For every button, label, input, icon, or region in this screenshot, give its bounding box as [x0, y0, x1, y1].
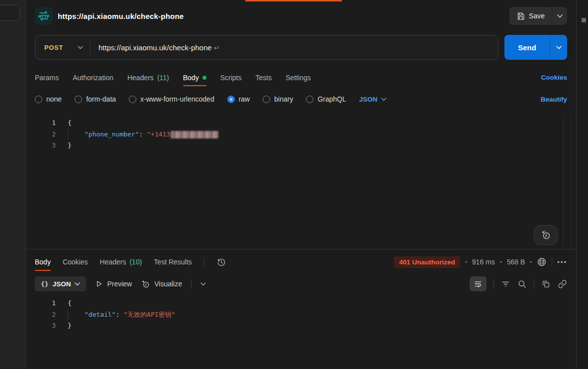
cookies-link[interactable]: Cookies	[541, 74, 567, 81]
code-line: 2 "phone_number": "+1413	[26, 129, 576, 140]
radio-selected-icon	[227, 96, 235, 103]
response-tab-headers[interactable]: Headers (10)	[100, 253, 142, 271]
right-panel-divider	[576, 0, 577, 369]
response-toolbar: {} JSON Preview Visualize	[26, 275, 576, 293]
tab-settings[interactable]: Settings	[286, 69, 311, 86]
bodytype-urlencoded[interactable]: x-www-form-urlencoded	[129, 95, 214, 103]
filter-button[interactable]	[501, 279, 510, 289]
bodytype-form-data[interactable]: form-data	[75, 95, 116, 103]
globe-icon	[537, 257, 547, 267]
visualize-button[interactable]: Visualize	[141, 279, 182, 289]
play-outline-icon	[95, 280, 103, 288]
code-text: "phone_number": "+1413	[68, 129, 218, 140]
chevron-down-icon	[75, 282, 80, 286]
line-number: 1	[26, 118, 56, 129]
search-button[interactable]	[517, 279, 527, 289]
tab-body[interactable]: Body	[183, 69, 206, 86]
response-tab-cookies[interactable]: Cookies	[63, 253, 88, 271]
svg-text:HTTP: HTTP	[38, 14, 50, 19]
divider	[191, 279, 192, 288]
tab-scripts[interactable]: Scripts	[220, 69, 242, 86]
copy-button[interactable]	[541, 279, 551, 289]
save-icon	[516, 12, 525, 20]
request-body-editor[interactable]: 1 { 2 "phone_number": "+1413 3 }	[26, 118, 576, 249]
bodytype-none[interactable]: none	[35, 95, 62, 103]
send-button[interactable]: Send	[504, 35, 550, 60]
divider	[534, 279, 534, 288]
link-button[interactable]	[558, 279, 567, 289]
indent-guide	[68, 129, 85, 140]
postbot-button[interactable]	[534, 225, 558, 245]
bodytype-graphql-label: GraphQL	[317, 95, 346, 103]
preview-button[interactable]: Preview	[95, 280, 132, 288]
braces-icon: {}	[41, 280, 49, 288]
separator-dot	[530, 261, 532, 263]
save-options-button[interactable]	[552, 7, 567, 25]
response-toolbar-right	[470, 276, 567, 291]
code-text: }	[68, 140, 72, 151]
bodytype-binary[interactable]: binary	[263, 95, 293, 103]
status-badge[interactable]: 401 Unauthorized	[394, 256, 460, 268]
editor-scrollbar-track[interactable]	[563, 116, 564, 247]
method-label: POST	[44, 44, 63, 51]
method-selector[interactable]: POST	[35, 44, 90, 51]
preview-label: Preview	[107, 280, 132, 288]
code-text: {	[68, 118, 72, 129]
redacted-phone-suffix	[171, 131, 218, 138]
url-bar-row: POST https://api.xiaomu.uk/check-phone↵ …	[26, 34, 576, 61]
beautify-link[interactable]: Beautify	[541, 96, 567, 103]
left-sidebar	[0, 0, 26, 369]
right-panel-icon[interactable]	[582, 18, 586, 22]
more-options-button[interactable]: •••	[557, 258, 567, 266]
response-time[interactable]: 916 ms	[472, 258, 495, 266]
url-input[interactable]: https://api.xiaomu.uk/check-phone↵	[98, 43, 219, 52]
code-line: 1 {	[26, 118, 576, 129]
divider	[493, 279, 494, 288]
line-number: 2	[26, 129, 56, 140]
visualize-expand-button[interactable]	[200, 282, 206, 286]
send-button-label: Send	[518, 43, 536, 52]
response-body-editor[interactable]: 1 { 2 "detail": "无效的API密钥" 3 }	[26, 298, 576, 369]
response-tab-test-results[interactable]: Test Results	[154, 253, 192, 271]
code-line: 2 "detail": "无效的API密钥"	[26, 309, 576, 321]
response-tab-body-label: Body	[35, 258, 51, 266]
response-size[interactable]: 568 B	[507, 258, 525, 266]
network-info-button[interactable]	[537, 257, 547, 267]
save-button-label: Save	[529, 12, 545, 20]
url-box: POST https://api.xiaomu.uk/check-phone↵	[35, 35, 498, 60]
chevron-down-icon	[556, 46, 562, 49]
chevron-down-icon	[557, 14, 563, 18]
code-line: 3 }	[26, 140, 576, 151]
sidebar-collapsed-panel[interactable]	[0, 5, 20, 21]
response-tabs: Body Cookies Headers (10) Test Results 4…	[26, 252, 576, 272]
request-response-divider[interactable]	[26, 249, 576, 249]
link-icon	[558, 279, 567, 289]
bodytype-raw[interactable]: raw	[227, 95, 250, 103]
bodytype-graphql[interactable]: GraphQL	[306, 95, 346, 103]
divider	[552, 257, 552, 266]
tab-params[interactable]: Params	[35, 69, 59, 86]
indent-guide	[68, 309, 85, 321]
response-tab-body[interactable]: Body	[35, 253, 51, 271]
send-options-button[interactable]	[550, 35, 567, 60]
response-format-label: JSON	[53, 280, 71, 288]
tab-authorization[interactable]: Authorization	[73, 69, 113, 86]
response-tab-headers-label: Headers	[100, 258, 126, 266]
url-divider	[90, 40, 91, 54]
sparkle-assistant-icon	[540, 230, 551, 241]
response-status-group: 401 Unauthorized 916 ms 568 B •••	[394, 256, 567, 268]
tab-tests[interactable]: Tests	[255, 69, 272, 86]
http-method-icon: HTTP	[35, 7, 53, 25]
save-button[interactable]: Save	[509, 7, 552, 25]
response-history-button[interactable]	[216, 257, 226, 267]
radio-icon	[129, 96, 136, 103]
tab-params-label: Params	[35, 74, 59, 82]
tab-headers-label: Headers	[127, 74, 154, 82]
tab-headers[interactable]: Headers (11)	[127, 69, 169, 86]
response-format-selector[interactable]: {} JSON	[35, 276, 86, 291]
wrap-text-button[interactable]	[470, 276, 487, 291]
raw-format-selector[interactable]: JSON	[359, 96, 387, 103]
search-icon	[517, 279, 527, 289]
bodytype-raw-label: raw	[239, 95, 250, 103]
separator-dot	[465, 261, 467, 263]
